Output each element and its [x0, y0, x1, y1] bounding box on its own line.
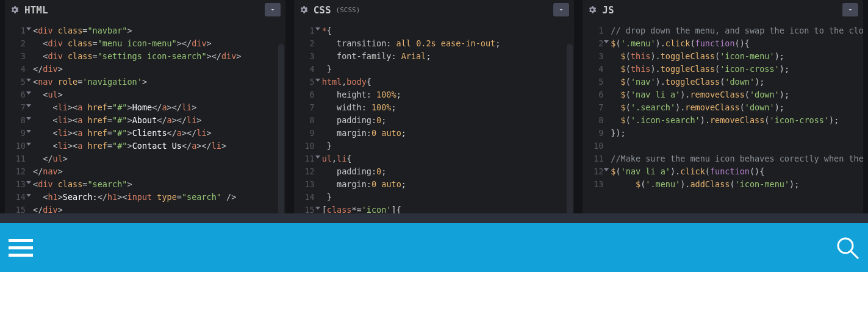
gear-icon[interactable]: [10, 5, 20, 15]
js-code-area[interactable]: 12345678910111213 // drop down the menu,…: [583, 20, 863, 213]
css-title: CSS: [314, 4, 331, 16]
js-title: JS: [602, 4, 614, 16]
css-code-area[interactable]: 123456789101112131415 *{ transition: all…: [294, 20, 575, 213]
preview-navbar: [0, 223, 868, 272]
hamburger-icon[interactable]: [9, 239, 33, 257]
html-editor-panel: HTML 123456789101112131415 <div class="n…: [5, 0, 285, 213]
css-subtitle: (SCSS): [336, 6, 360, 14]
html-collapse-button[interactable]: [265, 3, 281, 16]
css-editor-panel: CSS (SCSS) 123456789101112131415 *{ tran…: [294, 0, 575, 213]
html-title: HTML: [24, 4, 48, 16]
scrollbar[interactable]: [278, 44, 284, 213]
scrollbar[interactable]: [567, 44, 573, 213]
search-icon[interactable]: [835, 235, 859, 260]
gear-icon[interactable]: [299, 5, 309, 15]
gear-icon[interactable]: [587, 5, 597, 15]
svg-point-0: [838, 238, 853, 253]
preview-pane: [0, 223, 868, 314]
html-code-area[interactable]: 123456789101112131415 <div class="navbar…: [5, 20, 285, 213]
editor-preview-divider[interactable]: [0, 213, 868, 223]
svg-line-1: [851, 251, 858, 259]
js-editor-header: JS: [583, 0, 863, 20]
css-collapse-button[interactable]: [553, 3, 569, 16]
js-editor-panel: JS 12345678910111213 // drop down the me…: [583, 0, 863, 213]
html-editor-header: HTML: [5, 0, 285, 20]
css-editor-header: CSS (SCSS): [294, 0, 575, 20]
js-collapse-button[interactable]: [842, 3, 858, 16]
